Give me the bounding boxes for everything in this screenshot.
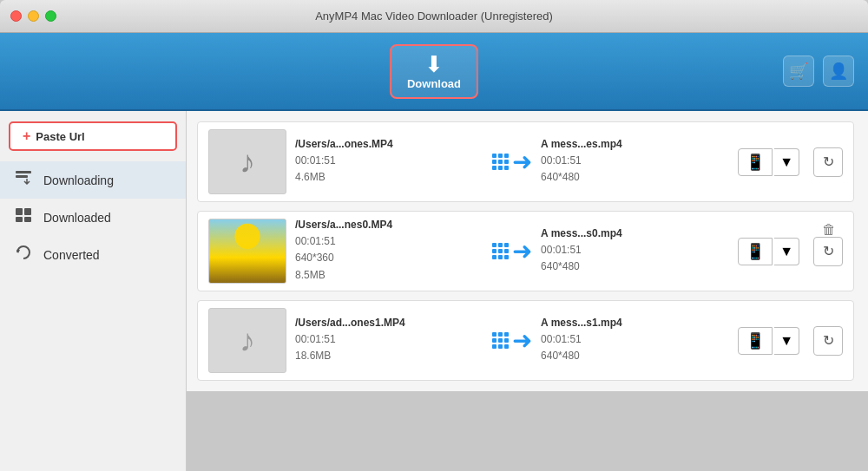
device-icon-2: 📱 [746,331,765,350]
svg-rect-3 [24,208,31,215]
music-note-icon: ♪ [240,144,255,180]
filename-1: /Users/a...nes0.MP4 [295,219,483,231]
svg-rect-0 [16,171,31,173]
cart-icon: 🛒 [789,62,808,81]
main-content: + Paste Url Downloading [0,111,868,471]
device-button-0[interactable]: 📱 [738,148,773,176]
download-icon: ⬇ [424,53,444,75]
sidebar-downloading-label: Downloading [43,173,114,187]
output-info-0: A mess...es.mp4 00:01:51 640*480 [541,138,729,186]
output-info-2: A mess...s1.mp4 00:01:51 640*480 [541,317,729,364]
delete-button[interactable]: 🗑 [822,222,836,238]
thumbnail-0: ♪ [208,129,286,194]
refresh-button-1[interactable]: ↻ [813,237,843,266]
sidebar-downloaded-label: Downloaded [43,211,111,225]
downloaded-icon [14,207,33,227]
grid-icon-0 [492,154,509,170]
out-meta-0: 00:01:51 640*480 [541,153,729,186]
sidebar-item-downloading[interactable]: Downloading [0,161,186,199]
out-meta-1: 00:01:51 640*480 [541,242,729,275]
meta-2: 00:01:51 18.6MB [295,331,483,364]
device-selector-0: 📱 ▼ [738,148,799,176]
table-row: /Users/a...nes0.MP4 00:01:51 640*360 8.5… [197,211,854,291]
dropdown-button-1[interactable]: ▼ [774,238,799,265]
table-row: ♪ /Users/a...ones.MP4 00:01:51 4.6MB [197,121,854,202]
svg-rect-2 [16,208,23,215]
arrow-right-1: ➜ [512,239,532,264]
content-area: ♪ /Users/a...ones.MP4 00:01:51 4.6MB [187,111,868,391]
thumbnail-1 [208,219,286,284]
grid-icon-2 [492,332,509,349]
sidebar: + Paste Url Downloading [0,111,187,471]
output-info-1: A mess...s0.mp4 00:01:51 640*480 [541,227,729,275]
device-icon-1: 📱 [746,242,765,261]
sidebar-converted-label: Converted [43,248,100,262]
meta-0: 00:01:51 4.6MB [295,153,483,186]
convert-arrow-0: ➜ [492,150,532,174]
out-filename-1: A mess...s0.mp4 [541,227,729,239]
dropdown-button-2[interactable]: ▼ [774,327,799,355]
convert-arrow-2: ➜ [492,329,532,353]
music-note-icon-2: ♪ [240,323,255,359]
meta-1: 00:01:51 640*360 8.5MB [295,233,483,284]
filename-2: /Users/ad...ones1.MP4 [295,317,483,329]
toolbar-right-icons: 🛒 👤 [783,56,854,87]
user-icon: 👤 [829,62,848,81]
dropdown-button-0[interactable]: ▼ [774,148,799,176]
close-button[interactable] [10,10,22,22]
minimize-button[interactable] [28,10,39,22]
grid-icon-1 [492,243,509,259]
out-filename-0: A mess...es.mp4 [541,138,729,150]
device-button-2[interactable]: 📱 [738,327,773,355]
download-label: Download [407,77,461,90]
paste-url-label: Paste Url [36,130,84,143]
svg-rect-5 [24,217,31,222]
filename-0: /Users/a...ones.MP4 [295,138,483,150]
out-filename-2: A mess...s1.mp4 [541,317,729,329]
device-button-1[interactable]: 📱 [738,238,773,265]
window-title: AnyMP4 Mac Video Downloader (Unregistere… [315,10,553,23]
device-icon-0: 📱 [746,153,765,172]
content-area-wrapper: ♪ /Users/a...ones.MP4 00:01:51 4.6MB [187,111,868,471]
file-info-1: /Users/a...nes0.MP4 00:01:51 640*360 8.5… [295,219,483,284]
thumbnail-2: ♪ [208,308,286,373]
convert-arrow-1: ➜ [492,239,532,264]
out-meta-2: 00:01:51 640*480 [541,331,729,364]
refresh-button-0[interactable]: ↻ [813,147,843,177]
download-button[interactable]: ⬇ Download [390,44,478,99]
table-row: ♪ /Users/ad...ones1.MP4 00:01:51 18.6MB [197,300,854,381]
sidebar-item-downloaded[interactable]: Downloaded [0,199,186,236]
device-selector-2: 📱 ▼ [738,327,799,355]
paste-url-button[interactable]: + Paste Url [9,121,177,151]
arrow-right-0: ➜ [512,150,532,174]
downloading-icon [14,170,33,190]
window-controls [10,10,56,22]
refresh-button-2[interactable]: ↻ [813,326,843,356]
cart-button[interactable]: 🛒 [783,56,814,87]
svg-point-8 [234,224,260,249]
svg-rect-1 [16,175,28,178]
device-selector-1: 📱 ▼ [738,238,799,265]
plus-icon: + [23,128,30,144]
file-info-0: /Users/a...ones.MP4 00:01:51 4.6MB [295,138,483,186]
svg-rect-4 [16,217,23,222]
toolbar: ⬇ Download 🛒 👤 [0,33,868,111]
sidebar-item-converted[interactable]: Converted [0,236,186,273]
arrow-right-2: ➜ [512,329,532,353]
title-bar: AnyMP4 Mac Video Downloader (Unregistere… [0,0,868,33]
file-info-2: /Users/ad...ones1.MP4 00:01:51 18.6MB [295,317,483,364]
converted-icon [14,245,33,265]
user-button[interactable]: 👤 [823,56,854,87]
maximize-button[interactable] [45,10,56,22]
